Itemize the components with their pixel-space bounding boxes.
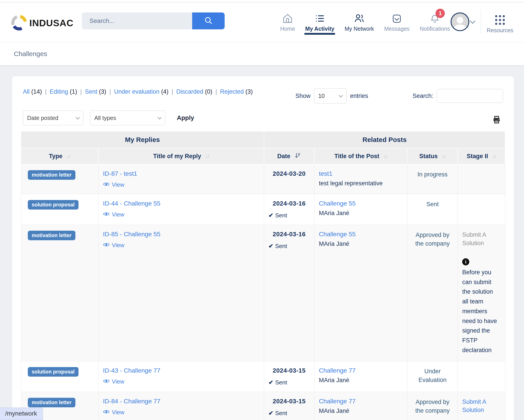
tab-separator: | bbox=[80, 88, 82, 95]
reply-title-link[interactable]: ID-44 - Challenge 55 bbox=[103, 200, 160, 207]
status-cell: Sent bbox=[407, 194, 457, 225]
post-author: MAria Jané bbox=[319, 408, 403, 414]
header-divider bbox=[481, 9, 481, 35]
post-title-link[interactable]: Challenge 55 bbox=[319, 231, 356, 237]
sent-indicator: ✔ Sent bbox=[269, 410, 310, 417]
chevron-down-icon bbox=[470, 18, 475, 24]
check-icon: ✔ bbox=[269, 379, 273, 386]
check-icon: ✔ bbox=[269, 410, 273, 417]
post-author: MAria Jané bbox=[319, 377, 403, 384]
reply-title-link[interactable]: ID-85 - Challenge 55 bbox=[103, 231, 160, 237]
nav-item-notifications[interactable]: 1 Notifications bbox=[420, 12, 450, 35]
browser-link-preview: /mynetwork bbox=[0, 408, 43, 420]
post-title-link[interactable]: Challenge 77 bbox=[319, 367, 356, 374]
table-row: solution proposal ID-44 - Challenge 55 V… bbox=[21, 194, 505, 225]
nav-item-resources[interactable]: Resources bbox=[487, 15, 514, 34]
print-button[interactable] bbox=[492, 115, 501, 125]
bell-icon: 1 bbox=[430, 12, 440, 24]
date-cell: 2024-03-15 ✔ Sent bbox=[264, 392, 314, 420]
apply-button[interactable]: Apply bbox=[177, 114, 194, 122]
page-length-select[interactable]: 10 bbox=[314, 88, 347, 104]
challenges-card: All (14)|Editing (1)|Sent (3)|Under eval… bbox=[12, 76, 514, 420]
status-text: Under Evaluation bbox=[418, 368, 446, 383]
entries-label: entries bbox=[350, 93, 368, 99]
nav-item-my-network[interactable]: My Network bbox=[345, 12, 374, 35]
tab-separator: | bbox=[172, 88, 173, 95]
chevron-down-icon bbox=[339, 93, 343, 97]
stage-label[interactable]: Submit A Solution bbox=[462, 398, 500, 415]
sent-label: Sent bbox=[275, 212, 287, 219]
date-cell: 2024-03-16 ✔ Sent bbox=[264, 225, 314, 361]
post-cell: Challenge 77 MAria Jané bbox=[314, 392, 407, 420]
logo-ring-icon bbox=[11, 15, 27, 32]
filter-tab-sent[interactable]: Sent (3) bbox=[85, 88, 106, 95]
reply-title-cell: ID-43 - Challenge 77 View bbox=[98, 361, 264, 392]
global-search-input[interactable] bbox=[82, 12, 192, 29]
view-link[interactable]: View bbox=[112, 378, 124, 385]
filter-tab-discarded[interactable]: Discarded (0) bbox=[176, 88, 212, 95]
view-link[interactable]: View bbox=[112, 409, 124, 416]
notifications-badge: 1 bbox=[436, 9, 445, 18]
view-link[interactable]: View bbox=[112, 242, 124, 249]
reply-date: 2024-03-20 bbox=[269, 170, 310, 177]
home-icon bbox=[282, 12, 293, 24]
filter-tab-editing[interactable]: Editing (1) bbox=[50, 88, 77, 95]
column-header-status[interactable]: Status↓↑ bbox=[407, 148, 457, 164]
stage-label[interactable]: Submit A Solution bbox=[462, 231, 500, 248]
nav-item-my-activity[interactable]: My Activity bbox=[305, 12, 334, 35]
post-title-link[interactable]: Challenge 55 bbox=[319, 200, 356, 207]
reply-title-link[interactable]: ID-43 - Challenge 77 bbox=[103, 367, 160, 374]
status-text: Approved by the company bbox=[415, 232, 450, 247]
table-search-input[interactable] bbox=[437, 89, 503, 103]
page-content: All (14)|Editing (1)|Sent (3)|Under eval… bbox=[0, 65, 524, 420]
date-cell: 2024-03-20 ✔ Sent bbox=[264, 164, 314, 194]
printer-icon bbox=[492, 121, 501, 125]
table-row: solution proposal ID-43 - Challenge 77 V… bbox=[21, 361, 505, 392]
reply-title-link[interactable]: ID-87 - test1 bbox=[103, 170, 137, 177]
nav-item-messages[interactable]: Messages bbox=[384, 12, 410, 35]
global-search-button[interactable] bbox=[192, 12, 225, 29]
reply-type-badge: solution proposal bbox=[28, 367, 79, 377]
nav-item-home[interactable]: Home bbox=[280, 12, 295, 35]
column-header-type[interactable]: Type↓↑ bbox=[21, 148, 98, 164]
table-body: motivation letter ID-87 - test1 View 202… bbox=[21, 164, 505, 420]
column-header-stage-ii[interactable]: Stage II↓↑ bbox=[458, 148, 505, 164]
status-filter-tabs: All (14)|Editing (1)|Sent (3)|Under eval… bbox=[23, 88, 253, 95]
status-cell: Approved by the company bbox=[407, 392, 457, 420]
eye-icon bbox=[103, 378, 110, 385]
column-header-title-of-my-reply[interactable]: Title of my Reply↓↑ bbox=[98, 148, 264, 164]
logo[interactable]: INDUSAC bbox=[11, 15, 73, 32]
filter-tab-under-evaluation[interactable]: Under evaluation (4) bbox=[114, 88, 169, 95]
filter-tab-rejected[interactable]: Rejected (3) bbox=[220, 88, 253, 95]
all-types-select[interactable]: All types bbox=[90, 111, 165, 125]
nav-label-home: Home bbox=[280, 26, 295, 32]
status-text: Approved by the company bbox=[415, 399, 450, 414]
column-header-title-of-the-post[interactable]: Title of the Post↓↑ bbox=[314, 148, 407, 164]
column-header-date[interactable]: Date bbox=[264, 148, 314, 164]
reply-type-badge: motivation letter bbox=[28, 398, 76, 407]
nav-label-resources: Resources bbox=[487, 27, 514, 34]
reply-title-cell: ID-44 - Challenge 55 View bbox=[98, 194, 264, 225]
check-icon: ✔ bbox=[269, 243, 273, 250]
sort-desc-active-icon bbox=[294, 152, 301, 160]
tab-separator: | bbox=[109, 88, 111, 95]
post-title-link[interactable]: Challenge 77 bbox=[319, 398, 356, 405]
page-top-edge bbox=[0, 0, 524, 2]
info-icon: i bbox=[462, 258, 469, 265]
profile-menu[interactable] bbox=[451, 12, 475, 31]
reply-type-badge: solution proposal bbox=[28, 200, 79, 210]
date-posted-select[interactable]: Date posted bbox=[23, 111, 83, 125]
filter-tab-all[interactable]: All (14) bbox=[23, 88, 42, 95]
reply-title-link[interactable]: ID-84 - Challenge 77 bbox=[103, 398, 160, 405]
eye-icon bbox=[103, 211, 110, 218]
post-title-link[interactable]: test1 bbox=[319, 170, 332, 177]
nav-label-my-activity: My Activity bbox=[305, 26, 334, 32]
status-text: In progress bbox=[418, 171, 447, 178]
reply-date: 2024-03-16 bbox=[269, 200, 310, 207]
view-link[interactable]: View bbox=[112, 211, 124, 218]
post-author: MAria Jané bbox=[319, 210, 403, 217]
date-cell: 2024-03-15 ✔ Sent bbox=[264, 361, 314, 392]
nav-label-messages: Messages bbox=[384, 26, 410, 32]
view-link[interactable]: View bbox=[112, 181, 124, 188]
stage-cell: Submit A Solution i bbox=[458, 392, 505, 420]
